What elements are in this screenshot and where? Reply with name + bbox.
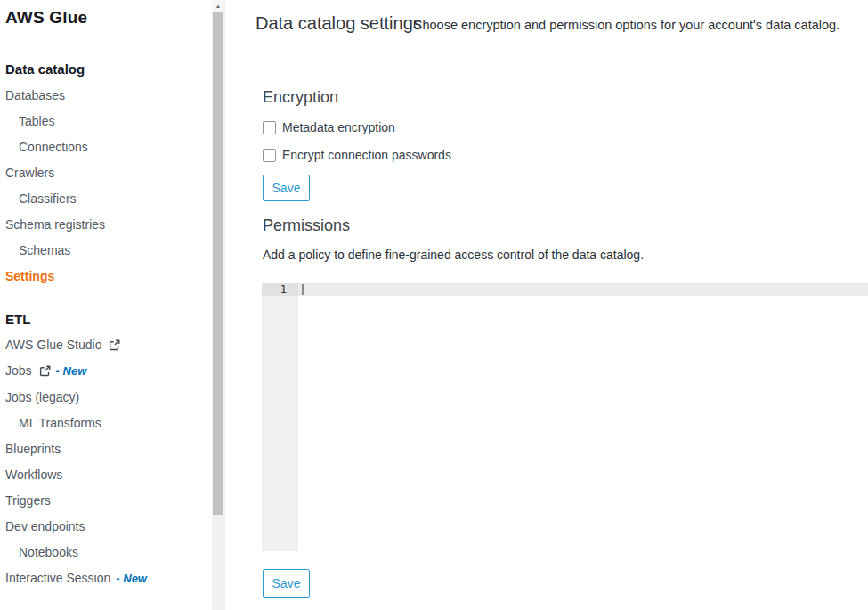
page-title: Data catalog settings: [256, 13, 422, 34]
sidebar-item-workflows[interactable]: Workflows: [5, 467, 62, 483]
sidebar-item-dev-endpoints[interactable]: Dev endpoints: [5, 518, 85, 534]
scrollbar-thumb[interactable]: [213, 12, 223, 515]
sidebar-header-etl: ETL: [5, 311, 30, 327]
sidebar-scrollbar[interactable]: ▲: [212, 0, 225, 610]
encrypt-passwords-row: Encrypt connection passwords: [263, 148, 451, 162]
page-subtitle: Choose encryption and permission options…: [413, 18, 840, 32]
metadata-encryption-label[interactable]: Metadata encryption: [282, 120, 395, 134]
permissions-heading: Permissions: [263, 216, 350, 235]
editor-cursor: [302, 284, 304, 295]
permissions-description: Add a policy to define fine-grained acce…: [263, 248, 644, 262]
sidebar-item-jobs-legacy[interactable]: Jobs (legacy): [5, 389, 79, 405]
sidebar-item-blueprints[interactable]: Blueprints: [5, 441, 61, 457]
encryption-heading: Encryption: [263, 88, 338, 107]
permissions-save-button[interactable]: Save: [263, 569, 310, 598]
sidebar-item-triggers[interactable]: Triggers: [5, 492, 51, 508]
sidebar-item-schema-registries[interactable]: Schema registries: [5, 216, 105, 232]
external-link-icon: [39, 365, 51, 377]
sidebar-item-label: AWS Glue Studio: [5, 338, 101, 352]
new-badge: - New: [56, 364, 87, 378]
sidebar-item-classifiers[interactable]: Classifiers: [19, 191, 77, 207]
sidebar-item-label: Jobs: [5, 363, 32, 378]
new-badge: - New: [116, 572, 147, 585]
encrypt-passwords-checkbox[interactable]: [263, 149, 276, 162]
sidebar-item-settings[interactable]: Settings: [5, 268, 54, 284]
sidebar-item-crawlers[interactable]: Crawlers: [5, 165, 54, 181]
app-title: AWS Glue: [5, 8, 87, 28]
editor-active-line: [298, 283, 868, 296]
sidebar-item-label: Interactive Session: [5, 571, 110, 585]
sidebar-item-ml-transforms[interactable]: ML Transforms: [19, 415, 101, 431]
sidebar-item-notebooks[interactable]: Notebooks: [19, 544, 78, 560]
sidebar-item-jobs[interactable]: Jobs - New: [5, 362, 86, 378]
editor-line-number: 1: [262, 283, 298, 296]
encryption-save-button[interactable]: Save: [263, 175, 310, 201]
sidebar-divider: [0, 45, 212, 45]
editor-gutter: 1: [262, 283, 298, 551]
encrypt-passwords-label[interactable]: Encrypt connection passwords: [282, 148, 451, 162]
sidebar: AWS Glue Data catalog Databases Tables C…: [0, 0, 212, 610]
sidebar-item-glue-studio[interactable]: AWS Glue Studio: [5, 337, 120, 353]
sidebar-item-interactive-session[interactable]: Interactive Session - New: [5, 570, 147, 586]
metadata-encryption-row: Metadata encryption: [263, 120, 395, 134]
sidebar-header-data-catalog: Data catalog: [5, 61, 85, 77]
sidebar-item-schemas[interactable]: Schemas: [19, 242, 70, 258]
policy-editor[interactable]: 1: [262, 283, 868, 551]
sidebar-item-tables[interactable]: Tables: [19, 113, 54, 129]
scroll-up-arrow-icon[interactable]: ▲: [212, 0, 224, 12]
metadata-encryption-checkbox[interactable]: [263, 121, 276, 134]
external-link-icon: [109, 339, 120, 351]
sidebar-item-connections[interactable]: Connections: [19, 139, 88, 155]
sidebar-item-databases[interactable]: Databases: [5, 87, 65, 103]
